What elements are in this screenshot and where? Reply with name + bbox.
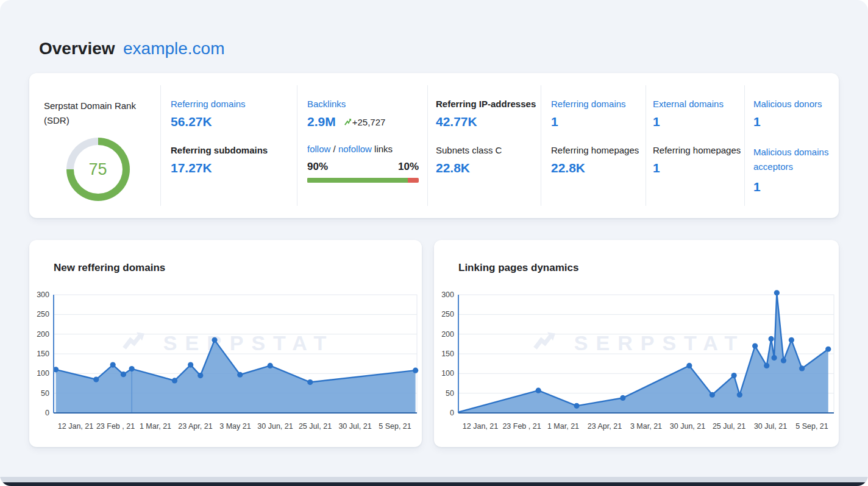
referring-ip-column: Referring IP-addresses 42.77K Subnets cl… [428,85,541,206]
backlinks-link[interactable]: Backlinks [307,99,419,109]
new-referring-domains-chart[interactable]: 050100150200250300SERPSTAT12 Jan, 2123 F… [34,287,422,447]
trend-up-icon [344,118,352,126]
malicious-donors-link[interactable]: Malicious donors [753,99,830,109]
svg-text:150: 150 [37,350,49,358]
bottom-window-edge [0,482,868,486]
sdr-label: Serpstat Domain Rank (SDR) [44,99,152,128]
linking-pages-dynamics-card: Linking pages dynamics 05010015020025030… [434,240,839,447]
nofollow-link[interactable]: nofollow [338,144,372,154]
svg-text:23 Feb , 21: 23 Feb , 21 [502,422,541,431]
svg-text:SERPSTAT: SERPSTAT [163,331,334,354]
follow-bar-fill [307,178,408,183]
svg-text:3 Mar, 21: 3 Mar, 21 [630,422,662,431]
malicious-acceptors-link[interactable]: Malicious domains acceptors [753,145,830,174]
svg-text:100: 100 [441,369,454,378]
referring-homepages-value[interactable]: 22.8K [551,161,637,175]
svg-text:12 Jan, 21: 12 Jan, 21 [463,422,498,431]
referring-domains-column: Referring domains 56.27K Referring subdo… [161,85,297,206]
page-title-overview: Overview [39,39,115,58]
svg-text:30 Jun, 21: 30 Jun, 21 [257,422,293,431]
svg-text:300: 300 [37,291,49,299]
follow-percent: 90% [307,161,328,173]
svg-text:100: 100 [37,369,49,378]
svg-text:1 Mar, 21: 1 Mar, 21 [140,422,171,431]
referring-ip-value[interactable]: 42.77K [436,114,532,129]
subnets-value[interactable]: 22.8K [436,161,532,175]
referring-domains2-value[interactable]: 1 [551,114,637,129]
referring-subdomains-label: Referring subdomains [171,145,288,155]
follow-ratio-labels: 90% 10% [307,161,419,173]
serpstat-overview-page: Overview example.com Serpstat Domain Ran… [0,0,868,486]
external-domains-column: External domains 1 Referring homepages 1 [646,85,745,206]
svg-text:5 Sep, 21: 5 Sep, 21 [379,422,411,431]
referring-homepages-label: Referring homepages [551,145,637,155]
backlinks-column: Backlinks 2.9M +25,727 follow / nofollow… [297,85,428,206]
linking-pages-dynamics-title: Linking pages dynamics [458,262,839,274]
follow-link[interactable]: follow [307,144,330,154]
referring-domains2-column: Referring domains 1 Referring homepages … [541,85,646,206]
svg-text:23 Apr, 21: 23 Apr, 21 [178,422,212,431]
svg-text:250: 250 [37,310,49,319]
svg-text:3 May 21: 3 May 21 [219,422,251,431]
new-referring-domains-card: New reffering domains 050100150200250300… [29,240,422,447]
linking-pages-dynamics-chart[interactable]: 050100150200250300SERPSTAT12 Jan, 2123 F… [439,287,839,447]
referring-domains-link[interactable]: Referring domains [171,99,288,109]
svg-text:1 Mar, 21: 1 Mar, 21 [547,422,579,431]
malicious-acceptors-value[interactable]: 1 [753,180,830,194]
svg-text:300: 300 [441,291,454,299]
sdr-column: Serpstat Domain Rank (SDR) 75 [29,85,161,206]
links-suffix: links [374,144,393,154]
new-referring-domains-title: New reffering domains [54,262,422,274]
referring-homepages2-value[interactable]: 1 [653,161,736,175]
page-title: Overview example.com [39,39,225,58]
backlinks-value[interactable]: 2.9M [307,114,336,129]
svg-text:0: 0 [45,409,49,417]
svg-text:30 Jun, 21: 30 Jun, 21 [670,422,705,431]
external-domains-link[interactable]: External domains [653,99,736,109]
svg-text:25 Jul, 21: 25 Jul, 21 [299,422,332,431]
svg-text:SERPSTAT: SERPSTAT [574,331,745,354]
follow-nofollow-bar [307,178,419,183]
external-domains-value[interactable]: 1 [653,114,736,129]
referring-domains-value[interactable]: 56.27K [171,114,288,129]
nofollow-percent: 10% [398,161,419,173]
svg-text:50: 50 [446,389,454,398]
svg-text:23 Apr, 21: 23 Apr, 21 [588,422,622,431]
referring-homepages2-label: Referring homepages [653,145,736,155]
summary-metrics-card: Serpstat Domain Rank (SDR) 75 Referring … [29,73,839,218]
svg-text:23 Feb , 21: 23 Feb , 21 [96,422,135,431]
subnets-label: Subnets class C [436,145,532,155]
referring-ip-label: Referring IP-addresses [436,99,532,109]
referring-domains2-link[interactable]: Referring domains [551,99,637,109]
follow-separator: / [333,144,336,154]
domain-link[interactable]: example.com [123,39,225,58]
svg-text:150: 150 [441,350,454,358]
svg-text:30 Jul, 21: 30 Jul, 21 [338,422,371,431]
sdr-donut-chart: 75 [66,138,130,201]
follow-nofollow-row: follow / nofollow links [307,144,419,154]
svg-text:50: 50 [41,389,49,398]
bottom-scroll-track [0,477,868,482]
malicious-donors-value[interactable]: 1 [753,114,830,129]
svg-text:250: 250 [441,310,454,319]
malicious-column: Malicious donors 1 Malicious domains acc… [745,85,839,206]
svg-text:200: 200 [441,330,454,339]
sdr-value: 75 [66,138,130,201]
backlinks-delta: +25,727 [344,117,386,127]
svg-text:30 Jul, 21: 30 Jul, 21 [754,422,787,431]
svg-text:0: 0 [450,409,454,417]
backlinks-delta-value: +25,727 [352,117,386,127]
svg-text:200: 200 [37,330,49,339]
svg-text:12 Jan, 21: 12 Jan, 21 [58,422,93,431]
svg-text:25 Jul, 21: 25 Jul, 21 [713,422,745,431]
referring-subdomains-value[interactable]: 17.27K [171,161,288,175]
svg-text:5 Sep, 21: 5 Sep, 21 [795,422,828,431]
